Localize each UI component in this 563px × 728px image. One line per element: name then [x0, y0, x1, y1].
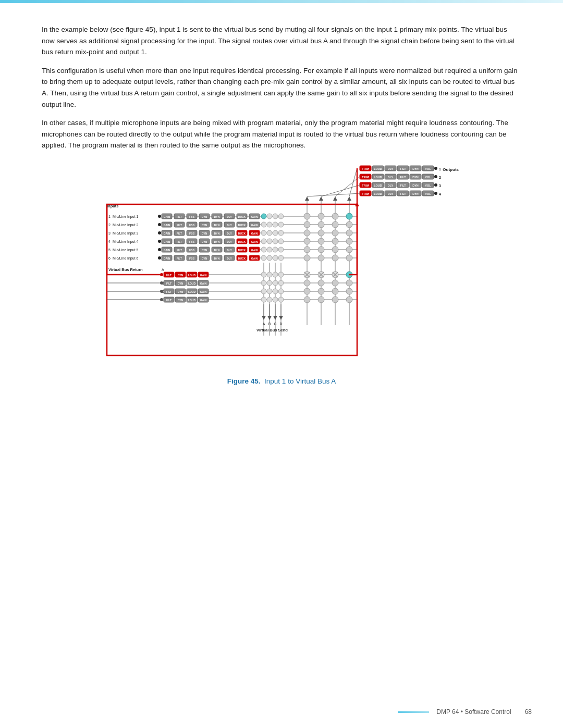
svg-point-298 [267, 214, 272, 219]
svg-point-248 [332, 213, 338, 219]
svg-text:DLY: DLY [227, 257, 232, 260]
svg-point-290 [332, 297, 338, 303]
svg-point-297 [261, 214, 266, 219]
svg-marker-342 [273, 316, 277, 320]
svg-point-258 [304, 230, 310, 236]
svg-text:A: A [263, 322, 265, 326]
svg-text:FILT: FILT [166, 290, 172, 293]
svg-point-269 [318, 255, 324, 261]
svg-text:DUCK: DUCK [238, 215, 246, 218]
svg-point-314 [267, 247, 272, 252]
svg-text:GAIN: GAIN [251, 232, 258, 235]
svg-point-282 [332, 280, 338, 286]
svg-marker-355 [319, 196, 323, 201]
svg-point-261 [318, 238, 324, 244]
outputs-label: Outputs [443, 167, 459, 172]
svg-text:DYN: DYN [178, 299, 183, 302]
svg-point-281 [346, 280, 352, 286]
svg-point-283 [318, 280, 324, 286]
svg-point-256 [332, 230, 338, 236]
svg-marker-353 [333, 196, 337, 201]
svg-point-307 [273, 230, 278, 236]
diagram-container: Outputs TRIM LOUD DLY FILT DYN VOL 1 [42, 164, 521, 372]
svg-text:DUCK: DUCK [238, 232, 246, 235]
svg-point-334 [267, 297, 272, 302]
footer-page-number: 68 [525, 708, 532, 715]
svg-point-301 [261, 222, 266, 227]
svg-text:DYN: DYN [202, 257, 207, 260]
svg-point-336 [278, 297, 284, 302]
svg-line-361 [307, 193, 360, 196]
svg-point-265 [318, 246, 324, 253]
svg-text:TRIM: TRIM [362, 192, 369, 195]
svg-text:2: 2 [439, 175, 441, 179]
svg-text:C: C [274, 322, 276, 326]
svg-text:1: 1 [439, 167, 441, 170]
svg-text:DYN: DYN [214, 249, 220, 252]
svg-text:DLY: DLY [388, 192, 394, 195]
svg-point-332 [278, 289, 284, 294]
svg-point-40 [434, 183, 437, 187]
svg-point-288 [304, 288, 310, 294]
svg-point-262 [304, 238, 310, 244]
svg-text:LOUD: LOUD [188, 299, 196, 302]
svg-line-358 [349, 168, 357, 196]
svg-text:Mic/Line Input 6: Mic/Line Input 6 [113, 256, 139, 261]
svg-text:DYN: DYN [202, 249, 207, 252]
svg-text:2: 2 [108, 223, 111, 227]
svg-text:Mic/Line Input 2: Mic/Line Input 2 [113, 223, 139, 227]
svg-text:GAIN: GAIN [200, 299, 207, 302]
svg-point-287 [318, 288, 324, 294]
svg-point-329 [261, 289, 266, 294]
svg-marker-357 [305, 196, 309, 201]
svg-point-250 [304, 213, 310, 219]
svg-text:Mic/Line Input 5: Mic/Line Input 5 [113, 248, 139, 252]
svg-point-327 [273, 280, 278, 286]
svg-point-259 [346, 238, 352, 244]
diagram-svg: Outputs TRIM LOUD DLY FILT DYN VOL 1 [78, 164, 485, 372]
svg-text:D: D [279, 322, 282, 326]
svg-point-319 [273, 255, 278, 261]
svg-point-315 [273, 247, 278, 252]
page-content: In the example below (see figure 45), in… [0, 3, 563, 422]
svg-text:FBS: FBS [189, 240, 195, 243]
svg-point-253 [318, 221, 324, 228]
svg-text:DUCK: DUCK [238, 257, 246, 260]
svg-text:FBS: FBS [189, 232, 195, 235]
svg-text:VOL: VOL [425, 167, 431, 170]
svg-text:FILT: FILT [177, 224, 182, 227]
svg-point-270 [304, 255, 310, 261]
svg-text:TRIM: TRIM [362, 184, 369, 187]
svg-point-223 [160, 298, 163, 301]
svg-text:DYN: DYN [214, 215, 220, 218]
svg-text:DYN: DYN [178, 290, 183, 293]
svg-point-252 [332, 221, 338, 228]
svg-point-299 [273, 214, 278, 219]
svg-text:FILT: FILT [166, 299, 172, 302]
svg-point-284 [304, 280, 310, 286]
svg-point-292 [304, 297, 310, 303]
svg-text:GAIN: GAIN [164, 249, 170, 252]
svg-point-311 [273, 239, 278, 244]
svg-text:FILT: FILT [177, 257, 182, 260]
svg-text:DYN: DYN [202, 232, 207, 235]
svg-point-322 [267, 272, 272, 277]
svg-point-255 [346, 230, 352, 236]
svg-point-330 [267, 289, 272, 294]
svg-text:FILT: FILT [400, 167, 406, 170]
svg-text:GAIN: GAIN [164, 232, 170, 235]
svg-point-300 [278, 214, 284, 219]
svg-text:DYN: DYN [214, 232, 220, 235]
svg-point-321 [261, 272, 266, 277]
svg-point-86 [158, 223, 161, 226]
svg-point-254 [304, 221, 310, 228]
svg-point-326 [267, 280, 272, 286]
svg-text:FILT: FILT [400, 184, 406, 187]
svg-point-106 [158, 231, 161, 235]
svg-text:GAIN: GAIN [251, 224, 258, 227]
svg-text:FBS: FBS [189, 257, 195, 260]
svg-point-328 [278, 280, 284, 286]
svg-point-320 [278, 255, 284, 261]
svg-text:GAIN: GAIN [251, 215, 258, 218]
svg-text:DLY: DLY [388, 184, 394, 187]
